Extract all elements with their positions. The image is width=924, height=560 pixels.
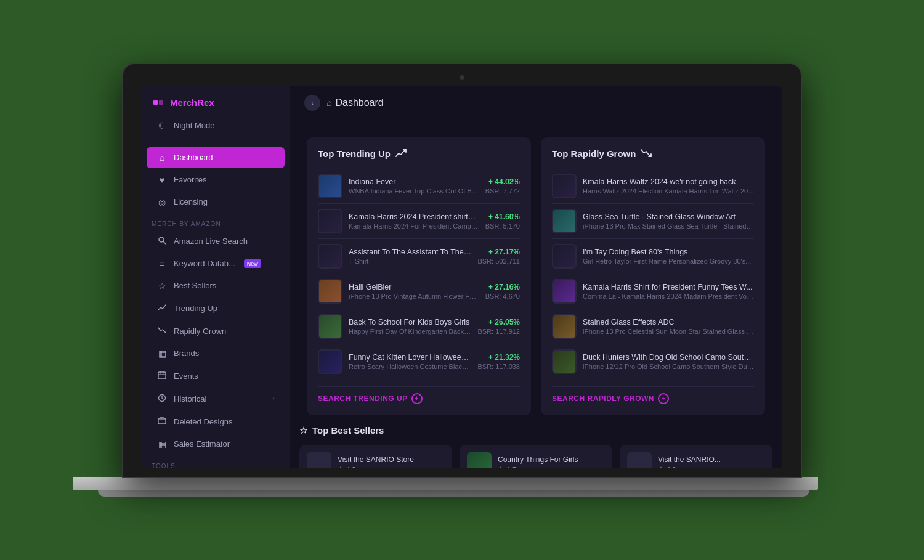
product-thumb	[318, 244, 342, 269]
sidebar-item-best-sellers[interactable]: ☆ Best Sellers	[147, 275, 285, 296]
best-seller-item-bs3[interactable]: Visit the SANRIO... ★ 4.8	[620, 445, 772, 468]
best-seller-rating: ★ 4.8	[658, 465, 765, 468]
topbar-home-icon: ⌂	[326, 98, 331, 108]
svg-rect-0	[153, 100, 158, 105]
best-seller-item-bs2[interactable]: Country Things For Girls ★ 4.7	[460, 445, 612, 468]
sidebar-item-historical[interactable]: Historical ›	[147, 388, 285, 410]
product-thumb	[552, 244, 577, 269]
product-thumb	[318, 209, 342, 233]
app-name: MerchRex	[170, 97, 214, 108]
sidebar-item-licensing[interactable]: ◎ Licensing	[147, 192, 285, 213]
product-bsr: BSR: 502,711	[478, 258, 521, 265]
sidebar-item-brands[interactable]: ▦ Brands	[147, 343, 285, 364]
database-icon: ≡	[156, 259, 168, 269]
sidebar-item-trending-up[interactable]: Trending Up	[147, 298, 285, 319]
product-pct: 27.16%	[485, 283, 520, 291]
page-title: ⌂ Dashboard	[326, 97, 384, 108]
sidebar-item-favorites[interactable]: ♥ Favorites	[147, 169, 285, 190]
product-stats: 27.16% BSR: 4,670	[485, 283, 520, 300]
product-info: Glass Sea Turtle - Stained Glass Window …	[583, 213, 754, 230]
product-thumb	[552, 209, 577, 233]
sidebar-item-sales-estimator[interactable]: ▦ Sales Estimator	[147, 434, 285, 455]
trending-up-list: Indiana Fever WNBA Indiana Fever Top Cla…	[318, 169, 520, 379]
trending-up-chart-icon	[395, 149, 407, 158]
product-stats: 26.05% BSR: 117,912	[478, 318, 521, 335]
new-badge: New	[244, 259, 261, 268]
trending-up-item-t2[interactable]: Kamala Harris 2024 President shirts, clo…	[318, 204, 520, 239]
sidebar-item-amazon-live-search[interactable]: Amazon Live Search	[147, 230, 285, 252]
product-thumb	[552, 279, 577, 304]
product-info: Kamala Harris Shirt for President Funny …	[583, 283, 754, 300]
rapidly-grown-item-r4[interactable]: Kamala Harris Shirt for President Funny …	[552, 274, 754, 309]
product-info: Kamala Harris 2024 President shirts, clo…	[349, 213, 479, 230]
product-thumb	[318, 279, 342, 304]
product-bsr: BSR: 4,670	[485, 293, 520, 300]
star-filled-icon: ★	[658, 465, 664, 468]
trending-up-item-t6[interactable]: Funny Cat Kitten Lover Halloween Gifts R…	[318, 344, 520, 379]
best-seller-name: Country Things For Girls	[498, 455, 605, 464]
trending-up-item-t5[interactable]: Back To School For Kids Boys Girls Happy…	[318, 309, 520, 344]
trending-up-icon	[156, 303, 168, 314]
brands-icon: ▦	[156, 349, 168, 359]
topbar: ‹ ⌂ Dashboard	[290, 86, 782, 120]
best-seller-item-bs1[interactable]: Visit the SANRIO Store ★ 4.8	[299, 445, 452, 468]
best-sellers-title: ☆ Top Best Sellers	[299, 425, 772, 436]
product-pct: 44.02%	[485, 177, 520, 186]
rapidly-grown-item-r5[interactable]: Stained Glass Effects ADC iPhone 13 Pro …	[552, 309, 754, 344]
product-name: I'm Tay Doing Best 80's Things	[583, 248, 754, 256]
sidebar-item-keyword-database[interactable]: ≡ Keyword Datab... New	[147, 253, 285, 274]
search-icon	[156, 236, 168, 246]
product-info: Indiana Fever WNBA Indiana Fever Top Cla…	[349, 177, 479, 195]
rapidly-grown-list: Kmala Harris Waltz 2024 we'r not going b…	[552, 169, 754, 379]
sidebar-item-deleted-designs[interactable]: Deleted Designs	[147, 411, 285, 432]
laptop-base	[73, 477, 818, 490]
product-name: Glass Sea Turtle - Stained Glass Window …	[583, 213, 754, 221]
best-seller-thumb	[627, 452, 652, 468]
rapidly-grown-item-r2[interactable]: Glass Sea Turtle - Stained Glass Window …	[552, 204, 754, 239]
product-info: Duck Hunters With Dog Old School Camo So…	[583, 353, 754, 370]
moon-icon: ☾	[156, 121, 168, 131]
trending-up-footer: SEARCH TRENDING UP +	[318, 386, 520, 404]
product-info: Stained Glass Effects ADC iPhone 13 Pro …	[583, 318, 754, 335]
product-pct: 21.32%	[478, 353, 521, 362]
product-subtitle: iPhone 12/12 Pro Old School Camo Souther…	[583, 363, 754, 370]
search-rapidly-grown-link[interactable]: SEARCH RAPIDLY GROWN +	[552, 393, 754, 404]
sidebar-item-dashboard[interactable]: ⌂ Dashboard	[147, 147, 285, 168]
product-name: Indiana Fever	[349, 177, 479, 186]
product-name: Kmala Harris Waltz 2024 we'r not going b…	[583, 177, 754, 186]
rapidly-grown-item-r1[interactable]: Kmala Harris Waltz 2024 we'r not going b…	[552, 169, 754, 204]
trending-up-item-t3[interactable]: Assistant To The Assistant To The Region…	[318, 239, 520, 274]
product-stats: 27.17% BSR: 502,711	[478, 248, 521, 265]
star-icon: ☆	[156, 281, 168, 291]
history-icon	[156, 394, 168, 404]
product-name: Stained Glass Effects ADC	[583, 318, 754, 327]
sidebar-item-rapidly-grown[interactable]: Rapidly Grown	[147, 320, 285, 342]
rapidly-grown-item-r3[interactable]: I'm Tay Doing Best 80's Things Girl Retr…	[552, 239, 754, 274]
rapidly-grown-item-r6[interactable]: Duck Hunters With Dog Old School Camo So…	[552, 344, 754, 379]
sidebar-item-night-mode[interactable]: ☾ Night Mode	[147, 115, 285, 136]
svg-rect-9	[158, 418, 166, 424]
best-seller-name: Visit the SANRIO...	[658, 455, 765, 464]
search-rapidly-icon: +	[658, 393, 669, 404]
logo-icon	[152, 96, 165, 110]
svg-rect-1	[159, 100, 163, 105]
sidebar: MerchRex ☾ Night Mode ⌂ Dashboard ♥ Favo…	[142, 86, 290, 468]
table-icon: ▦	[156, 439, 168, 449]
search-trending-up-link[interactable]: SEARCH TRENDING UP +	[318, 393, 520, 404]
product-info: Back To School For Kids Boys Girls Happy…	[349, 318, 472, 335]
back-button[interactable]: ‹	[304, 95, 320, 111]
product-bsr: BSR: 7,772	[485, 187, 520, 195]
heart-icon: ♥	[156, 175, 168, 185]
best-seller-rating: ★ 4.8	[338, 465, 445, 468]
best-seller-thumb	[307, 452, 331, 468]
trending-up-item-t1[interactable]: Indiana Fever WNBA Indiana Fever Top Cla…	[318, 169, 520, 204]
trending-up-item-t4[interactable]: Halil GeiBler iPhone 13 Pro Vintage Autu…	[318, 274, 520, 309]
search-trending-icon: +	[411, 393, 423, 404]
sidebar-item-events[interactable]: Events	[147, 365, 285, 387]
product-name: Funny Cat Kitten Lover Halloween Gifts	[349, 353, 472, 362]
product-stats: 21.32% BSR: 117,038	[478, 353, 521, 370]
rapidly-grown-icon	[641, 149, 652, 158]
main-content: ‹ ⌂ Dashboard Top Trending Up	[290, 86, 782, 468]
product-thumb	[552, 314, 577, 339]
product-name: Duck Hunters With Dog Old School Camo So…	[583, 353, 754, 362]
